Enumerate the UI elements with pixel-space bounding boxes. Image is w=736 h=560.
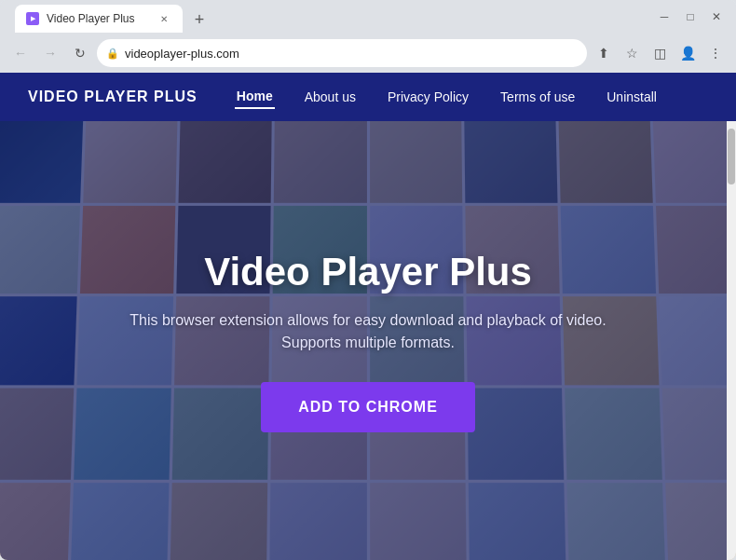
browser-tab[interactable]: Video Player Plus ✕: [15, 5, 183, 33]
page-content: VIDEO PLAYER PLUS Home About us Privacy …: [0, 73, 736, 560]
tab-bar: Video Player Plus ✕ +: [7, 1, 648, 33]
share-icon[interactable]: ⬆: [591, 40, 617, 66]
minimize-button[interactable]: ─: [652, 8, 676, 25]
nav-links: Home About us Privacy Policy Terms of us…: [235, 85, 659, 109]
site-nav-header: VIDEO PLAYER PLUS Home About us Privacy …: [0, 73, 736, 121]
extensions-icon[interactable]: ◫: [647, 40, 673, 66]
nav-terms[interactable]: Terms of use: [498, 86, 577, 108]
profile-icon[interactable]: 👤: [675, 40, 701, 66]
hero-title: Video Player Plus: [107, 250, 629, 294]
browser-frame: Video Player Plus ✕ + ─ □ ✕ ← → ↻ 🔒 vide…: [0, 0, 736, 560]
nav-uninstall[interactable]: Uninstall: [605, 86, 659, 108]
tab-favicon-icon: [26, 12, 39, 25]
nav-about[interactable]: About us: [303, 86, 358, 108]
maximize-button[interactable]: □: [678, 8, 702, 25]
back-button[interactable]: ←: [7, 40, 34, 66]
address-text: videoplayer-plus.com: [125, 47, 578, 61]
tab-close-button[interactable]: ✕: [157, 11, 171, 26]
title-bar: Video Player Plus ✕ + ─ □ ✕: [0, 0, 736, 34]
address-bar[interactable]: 🔒 videoplayer-plus.com: [97, 39, 587, 67]
bookmark-icon[interactable]: ☆: [619, 40, 645, 66]
reload-button[interactable]: ↻: [67, 40, 93, 66]
scrollbar[interactable]: [727, 121, 736, 560]
hero-description: This browser extension allows for easy d…: [107, 309, 629, 354]
lock-icon: 🔒: [106, 48, 119, 60]
site-logo: VIDEO PLAYER PLUS: [28, 89, 198, 105]
hero-section: Video Player Plus This browser extension…: [0, 121, 736, 560]
toolbar-icons: ⬆ ☆ ◫ 👤 ⋮: [591, 40, 729, 66]
menu-icon[interactable]: ⋮: [702, 40, 729, 66]
scrollbar-thumb[interactable]: [728, 129, 735, 184]
new-tab-button[interactable]: +: [186, 7, 212, 33]
tab-title: Video Player Plus: [47, 12, 149, 25]
add-to-chrome-button[interactable]: ADD TO CHROME: [261, 382, 475, 432]
close-button[interactable]: ✕: [704, 8, 729, 25]
hero-content: Video Player Plus This browser extension…: [89, 231, 647, 451]
title-bar-controls: ─ □ ✕: [652, 8, 729, 25]
address-bar-row: ← → ↻ 🔒 videoplayer-plus.com ⬆ ☆ ◫ 👤 ⋮: [0, 34, 736, 73]
forward-button[interactable]: →: [37, 40, 63, 66]
nav-privacy[interactable]: Privacy Policy: [386, 86, 470, 108]
nav-home[interactable]: Home: [235, 85, 275, 109]
